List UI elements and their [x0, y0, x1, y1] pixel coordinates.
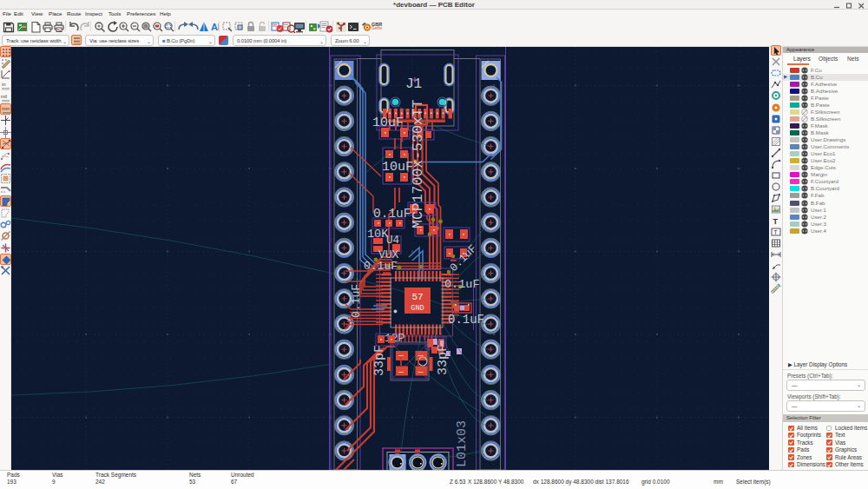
svg-text:VUX: VUX	[378, 248, 399, 261]
svg-text:0.1uF: 0.1uF	[448, 313, 484, 327]
svg-text:mm: mm	[2, 106, 10, 111]
svg-text:10uF: 10uF	[372, 116, 404, 130]
svg-text:J1: J1	[405, 76, 422, 92]
svg-text:0.1uF: 0.1uF	[364, 260, 398, 273]
svg-text:A: A	[211, 22, 218, 32]
svg-text:in: in	[2, 82, 6, 87]
svg-text:10uF: 10uF	[382, 160, 413, 175]
svg-text:L01x03: L01x03	[455, 420, 470, 467]
svg-text:33pF: 33pF	[436, 344, 450, 375]
svg-text:0.1uF: 0.1uF	[350, 284, 363, 318]
svg-text:0.1uF: 0.1uF	[444, 278, 480, 291]
svg-text:T: T	[774, 229, 778, 235]
svg-text:57: 57	[411, 292, 423, 302]
svg-text:GND: GND	[411, 304, 424, 313]
svg-text:mil: mil	[1, 94, 7, 99]
svg-text:U4: U4	[386, 235, 399, 247]
svg-text:33pF: 33pF	[372, 345, 387, 376]
svg-text:T: T	[773, 217, 779, 226]
svg-text:0.1uF: 0.1uF	[373, 207, 411, 221]
